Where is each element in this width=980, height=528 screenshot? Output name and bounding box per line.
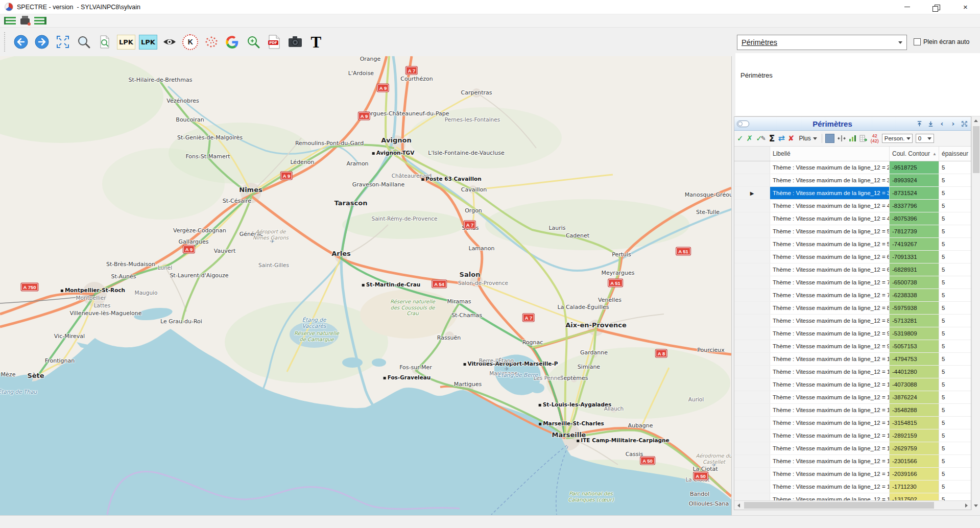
scroll-left-button[interactable] <box>734 501 743 510</box>
row-color-cell[interactable]: -2301566 <box>890 455 939 467</box>
row-indicator[interactable] <box>734 391 770 403</box>
row-thickness[interactable]: 5 <box>939 442 971 454</box>
panel-collapse-toggle[interactable] <box>737 121 749 127</box>
row-indicator[interactable] <box>734 366 770 378</box>
expand-panel-button[interactable] <box>961 120 968 128</box>
row-indicator[interactable] <box>734 276 770 289</box>
zoom-extent-button[interactable] <box>54 32 71 52</box>
export-pdf-button[interactable]: PDF <box>266 32 283 52</box>
column-list-icon[interactable] <box>34 17 46 25</box>
row-thickness[interactable]: 5 <box>939 212 971 225</box>
table-row[interactable]: Thème : Vitesse maximum de la ligne_12 =… <box>734 174 971 187</box>
edit-validate-icon[interactable]: ✓✎ <box>756 135 766 142</box>
scroll-down-button[interactable] <box>972 501 980 510</box>
header-coul-contour[interactable]: Coul. Contour▲ <box>890 147 939 161</box>
row-color-cell[interactable]: -3154815 <box>890 417 939 429</box>
search-add-button[interactable] <box>245 32 262 52</box>
row-label[interactable]: Thème : Vitesse maximum de la ligne_12 =… <box>770 442 890 454</box>
row-indicator[interactable] <box>734 263 770 276</box>
row-label[interactable]: Thème : Vitesse maximum de la ligne_12 =… <box>770 366 890 378</box>
row-indicator[interactable] <box>734 493 770 500</box>
row-color-cell[interactable]: -2039166 <box>890 468 939 480</box>
row-color-cell[interactable]: -4794753 <box>890 353 939 365</box>
table-row[interactable]: Thème : Vitesse maximum de la ligne_12 =… <box>734 212 971 225</box>
table-row[interactable]: Thème : Vitesse maximum de la ligne_12 =… <box>734 276 971 289</box>
row-color-cell[interactable]: -3876224 <box>890 391 939 403</box>
row-indicator[interactable] <box>734 417 770 429</box>
table-row[interactable]: Thème : Vitesse maximum de la ligne_12 =… <box>734 340 971 353</box>
row-label[interactable]: Thème : Vitesse maximum de la ligne_12 =… <box>770 276 890 289</box>
row-label[interactable]: Thème : Vitesse maximum de la ligne_12 =… <box>770 417 890 429</box>
row-indicator[interactable] <box>734 238 770 250</box>
table-list-icon[interactable] <box>4 17 16 25</box>
table-row[interactable]: Thème : Vitesse maximum de la ligne_12 =… <box>734 442 971 455</box>
row-color-cell[interactable]: -2892159 <box>890 429 939 442</box>
row-label[interactable]: Thème : Vitesse maximum de la ligne_12 =… <box>770 263 890 276</box>
row-label[interactable]: Thème : Vitesse maximum de la ligne_12 =… <box>770 378 890 391</box>
row-color-cell[interactable]: -5319809 <box>890 327 939 340</box>
row-label[interactable]: Thème : Vitesse maximum de la ligne_12 =… <box>770 315 890 327</box>
table-row[interactable]: Thème : Vitesse maximum de la ligne_12 =… <box>734 327 971 340</box>
row-thickness[interactable]: 5 <box>939 289 971 301</box>
table-row[interactable]: Thème : Vitesse maximum de la ligne_12 =… <box>734 200 971 212</box>
row-thickness[interactable]: 5 <box>939 378 971 391</box>
horizontal-scrollbar[interactable] <box>734 500 971 510</box>
scroll-bottom-button[interactable] <box>927 120 935 128</box>
row-thickness[interactable]: 5 <box>939 455 971 467</box>
row-indicator[interactable] <box>734 353 770 365</box>
titlebar[interactable]: SPECTRE - version - SYLVAINPC8\sylvain × <box>0 0 980 14</box>
row-thickness[interactable]: 5 <box>939 468 971 480</box>
row-thickness[interactable]: 5 <box>939 366 971 378</box>
row-color-cell[interactable]: -7091331 <box>890 251 939 263</box>
row-color-cell[interactable]: -6500738 <box>890 276 939 289</box>
validate-icon[interactable]: ✓ <box>737 135 744 142</box>
row-indicator[interactable] <box>734 161 770 174</box>
row-label[interactable]: Thème : Vitesse maximum de la ligne_12 =… <box>770 251 890 263</box>
row-label[interactable]: Thème : Vitesse maximum de la ligne_12 =… <box>770 327 890 340</box>
zoom-button[interactable] <box>75 32 92 52</box>
table-row[interactable]: Thème : Vitesse maximum de la ligne_12 =… <box>734 404 971 417</box>
row-indicator[interactable] <box>734 212 770 225</box>
row-indicator[interactable] <box>734 174 770 186</box>
scroll-top-button[interactable] <box>916 120 923 128</box>
fullscreen-checkbox[interactable] <box>914 38 921 45</box>
row-label[interactable]: Thème : Vitesse maximum de la ligne_12 =… <box>770 391 890 403</box>
lpk-button-2[interactable]: LPK <box>139 32 157 52</box>
table-row[interactable]: Thème : Vitesse maximum de la ligne_12 =… <box>734 315 971 327</box>
row-color-cell[interactable]: -9518725 <box>890 161 939 174</box>
table-row[interactable]: Thème : Vitesse maximum de la ligne_12 =… <box>734 238 971 251</box>
row-thickness[interactable]: 5 <box>939 225 971 237</box>
row-indicator[interactable] <box>734 327 770 340</box>
row-indicator[interactable] <box>734 455 770 467</box>
table-row[interactable]: Thème : Vitesse maximum de la ligne_12 =… <box>734 417 971 429</box>
table-row[interactable]: Thème : Vitesse maximum de la ligne_12 =… <box>734 251 971 263</box>
row-indicator[interactable] <box>734 200 770 212</box>
row-color-cell[interactable]: -8993924 <box>890 174 939 186</box>
row-indicator[interactable] <box>734 340 770 352</box>
row-color-cell[interactable]: -1317502 <box>890 493 939 500</box>
horizontal-scroll-thumb[interactable] <box>744 502 934 509</box>
table-row[interactable]: Thème : Vitesse maximum de la ligne_12 =… <box>734 289 971 302</box>
zero-combo[interactable]: 0 <box>916 134 934 143</box>
row-label[interactable]: Thème : Vitesse maximum de la ligne_12 =… <box>770 455 890 467</box>
row-indicator[interactable] <box>734 302 770 314</box>
row-color-cell[interactable]: -8337796 <box>890 200 939 212</box>
table-row[interactable]: ▶Thème : Vitesse maximum de la ligne_12 … <box>734 187 971 200</box>
row-color-cell[interactable]: -6238338 <box>890 289 939 301</box>
table-row[interactable]: Thème : Vitesse maximum de la ligne_12 =… <box>734 366 971 378</box>
table-row[interactable]: Thème : Vitesse maximum de la ligne_12 =… <box>734 493 971 500</box>
toolbar-grip[interactable] <box>4 32 7 52</box>
invalidate-icon[interactable]: ✗ <box>747 135 753 142</box>
row-indicator[interactable] <box>734 442 770 454</box>
row-color-cell[interactable]: -4401280 <box>890 366 939 378</box>
table-body[interactable]: Thème : Vitesse maximum de la ligne_12 =… <box>734 161 971 500</box>
row-thickness[interactable]: 5 <box>939 340 971 352</box>
row-thickness[interactable]: 5 <box>939 417 971 429</box>
row-color-cell[interactable]: -2629759 <box>890 442 939 454</box>
combo-dropdown-button[interactable] <box>894 35 906 50</box>
table-row[interactable]: Thème : Vitesse maximum de la ligne_12 =… <box>734 429 971 442</box>
row-indicator[interactable] <box>734 251 770 263</box>
row-thickness[interactable]: 5 <box>939 327 971 340</box>
row-thickness[interactable]: 5 <box>939 238 971 250</box>
row-color-cell[interactable]: -5713281 <box>890 315 939 327</box>
